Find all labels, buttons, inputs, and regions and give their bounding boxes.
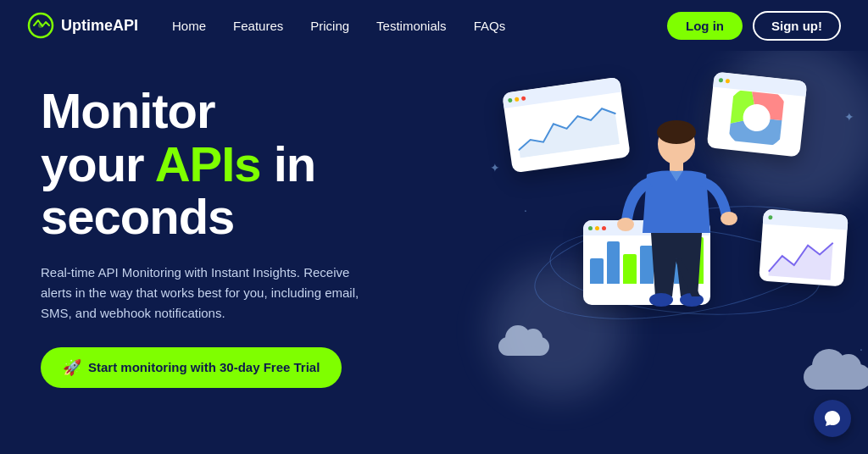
navbar: UptimeAPI Home Features Pricing Testimon… (0, 0, 868, 51)
svg-point-9 (617, 218, 634, 231)
cta-button[interactable]: 🚀 Start monitoring with 30-day Free Tria… (41, 347, 342, 388)
illustration-container: ✦ ✦ · · (481, 59, 868, 440)
hero-title: Monitor your APIs in seconds (41, 85, 448, 244)
logo-text: UptimeAPI (61, 17, 138, 35)
nav-buttons: Log in Sign up! (667, 11, 841, 41)
sparkle-1: ✦ (490, 161, 500, 174)
cta-label: Start monitoring with 30-day Free Trial (88, 360, 320, 374)
login-button[interactable]: Log in (667, 12, 743, 40)
dot-green-4 (768, 215, 772, 219)
chat-icon (823, 409, 842, 428)
hero-illustration: ✦ ✦ · · (448, 68, 827, 454)
dot-yellow-2 (726, 78, 730, 82)
dot-yellow (515, 97, 520, 102)
person-illustration (600, 110, 753, 347)
nav-features[interactable]: Features (233, 19, 283, 33)
sparkle-4: · (524, 203, 527, 217)
hero-title-line3: seconds (41, 189, 234, 244)
dot-green-2 (719, 78, 723, 82)
nav-links: Home Features Pricing Testimonials FAQs (172, 19, 667, 33)
dot-red (521, 96, 526, 101)
nav-testimonials[interactable]: Testimonials (376, 19, 447, 33)
svg-point-10 (721, 212, 737, 225)
svg-point-1 (38, 23, 43, 28)
sparkle-3: · (860, 342, 863, 356)
card-4-body (759, 224, 847, 287)
hero-title-apis: APIs (155, 136, 261, 191)
hero-section: Monitor your APIs in seconds Real-time A… (0, 51, 868, 454)
nav-faqs[interactable]: FAQs (474, 19, 506, 33)
logo[interactable]: UptimeAPI (27, 12, 138, 39)
dot-yellow-3 (595, 226, 599, 230)
hero-left: Monitor your APIs in seconds Real-time A… (41, 68, 448, 388)
logo-icon (27, 12, 54, 39)
hero-title-line1: Monitor (41, 83, 215, 138)
rocket-icon: 🚀 (63, 358, 81, 377)
cloud-2 (498, 337, 549, 356)
svg-point-11 (649, 293, 673, 307)
hero-title-in: in (261, 136, 316, 191)
cloud-1 (804, 364, 868, 390)
dot-green (508, 97, 513, 102)
hero-subtitle: Real-time API Monitoring with Instant In… (41, 263, 363, 324)
dot-green-3 (588, 226, 593, 230)
sparkle-2: ✦ (844, 110, 854, 124)
nav-home[interactable]: Home (172, 19, 206, 33)
dashboard-card-4 (759, 209, 849, 287)
chat-bubble-button[interactable] (814, 400, 851, 437)
nav-pricing[interactable]: Pricing (310, 19, 349, 33)
signup-button[interactable]: Sign up! (753, 11, 841, 41)
hero-title-line2-plain: your (41, 136, 155, 191)
area-chart (765, 230, 843, 281)
